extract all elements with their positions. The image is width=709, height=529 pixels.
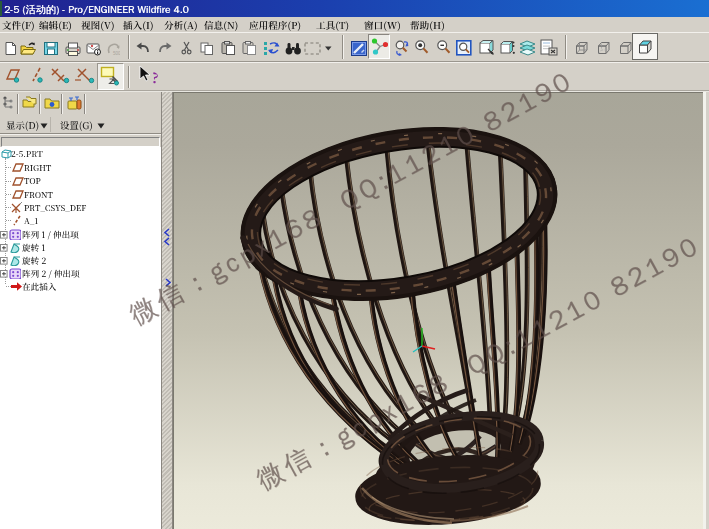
svg-text:500: 500 <box>113 51 120 56</box>
